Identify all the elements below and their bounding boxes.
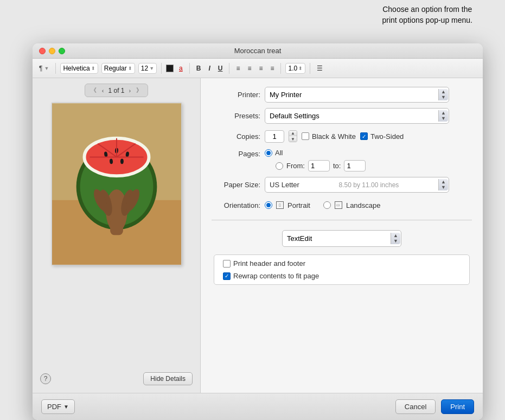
- print-header-footer-row: Print header and footer: [223, 259, 461, 268]
- options-dropdown-row: TextEdit ▲ ▼: [212, 228, 472, 249]
- align-justify-button[interactable]: ≡: [268, 63, 276, 73]
- print-header-footer-label: Print header and footer: [233, 259, 305, 268]
- cancel-button[interactable]: Cancel: [395, 399, 436, 414]
- font-size-selector[interactable]: 12 ▼: [138, 63, 157, 74]
- mac-window: Moroccan treat ¶ ▼ Helvetica ⬍ Regular ⬍…: [33, 43, 483, 420]
- pdf-button[interactable]: PDF ▼: [41, 399, 75, 414]
- align-left-button[interactable]: ≡: [234, 63, 242, 73]
- landscape-label: Landscape: [346, 201, 381, 209]
- options-dropdown[interactable]: TextEdit ▲ ▼: [282, 230, 401, 247]
- underline-button[interactable]: U: [216, 63, 225, 73]
- window-title: Moroccan treat: [234, 47, 282, 55]
- copies-input[interactable]: [265, 130, 284, 143]
- copies-increment[interactable]: ▲: [289, 131, 297, 136]
- toolbar-divider-2: [161, 63, 162, 74]
- toolbar-divider-4: [229, 63, 229, 74]
- bold-button[interactable]: B: [194, 63, 203, 73]
- print-header-footer-checkbox[interactable]: [223, 260, 231, 268]
- presets-dropdown[interactable]: Default Settings ▲ ▼: [265, 108, 449, 124]
- copies-row: Copies: ▲ ▼ Black & White ✓ Two-Sided: [212, 129, 472, 143]
- font-selector[interactable]: Helvetica ⬍: [60, 63, 98, 74]
- line-spacing-selector[interactable]: 1.0 ⬍: [285, 63, 305, 74]
- portrait-icon: ▯: [276, 201, 284, 209]
- italic-button[interactable]: I: [206, 63, 212, 73]
- paper-size-dropdown[interactable]: US Letter 8.50 by 11.00 inches ▲ ▼: [265, 177, 449, 193]
- content-area: 《 ‹ 1 of 1 › 》: [33, 78, 483, 393]
- two-sided-label: ✓ Two-Sided: [360, 132, 404, 141]
- copies-label: Copies:: [212, 132, 260, 141]
- pages-to-input[interactable]: [344, 160, 366, 171]
- orientation-label: Orientation:: [212, 201, 260, 209]
- landscape-option[interactable]: ▭ Landscape: [323, 201, 381, 209]
- landscape-radio[interactable]: [323, 201, 331, 209]
- pages-from-label: From:: [286, 162, 305, 170]
- pages-from-row: From: to:: [276, 160, 366, 171]
- presets-label: Presets:: [212, 112, 260, 120]
- two-sided-checkbox[interactable]: ✓: [360, 132, 368, 140]
- rewrap-checkbox[interactable]: ✓: [223, 272, 231, 280]
- align-center-button[interactable]: ≡: [245, 63, 253, 73]
- toolbar-divider-3: [189, 63, 190, 74]
- pages-all-option[interactable]: All: [265, 149, 366, 157]
- orientation-row: Orientation: ▯ Portrait ▭ Landscape: [212, 198, 472, 212]
- print-button[interactable]: Print: [441, 399, 474, 414]
- pdf-chevron: ▼: [63, 404, 69, 410]
- copies-decrement[interactable]: ▼: [289, 136, 297, 142]
- paper-size-label: Paper Size:: [212, 181, 260, 189]
- list-button[interactable]: ☰: [315, 63, 325, 73]
- font-style-selector[interactable]: Regular ⬍: [101, 63, 135, 74]
- portrait-option[interactable]: ▯ Portrait: [265, 201, 310, 209]
- prev-page-button[interactable]: ‹: [101, 87, 105, 94]
- printer-label: Printer:: [212, 91, 260, 99]
- traffic-lights: [39, 48, 65, 54]
- last-page-button[interactable]: 》: [135, 86, 143, 95]
- annotation-top-line2: print options pop-up menu.: [382, 16, 472, 24]
- minimize-button[interactable]: [49, 48, 55, 54]
- paper-size-arrows: ▲ ▼: [438, 179, 448, 190]
- first-page-button[interactable]: 《: [90, 86, 98, 95]
- svg-rect-21: [110, 219, 123, 235]
- rewrap-row: ✓ Rewrap contents to fit page: [223, 272, 461, 280]
- black-white-checkbox[interactable]: [302, 132, 309, 140]
- section-divider: [212, 220, 472, 220]
- close-button[interactable]: [39, 48, 46, 54]
- pages-all-radio[interactable]: [265, 149, 272, 157]
- pages-row: Pages: All From: to:: [212, 149, 472, 171]
- printer-dropdown[interactable]: My Printer ▲ ▼: [265, 87, 449, 103]
- preview-image: [52, 103, 181, 265]
- presets-arrows: ▲ ▼: [438, 110, 448, 122]
- landscape-icon: ▭: [335, 201, 342, 209]
- toolbar-divider-5: [280, 63, 281, 74]
- maximize-button[interactable]: [59, 48, 65, 54]
- paper-size-main: US Letter: [270, 181, 299, 189]
- pagination-bar: 《 ‹ 1 of 1 › 》: [85, 84, 148, 97]
- annotation-top-line1: Choose an option from the: [382, 5, 472, 14]
- pages-label: Pages:: [212, 150, 260, 158]
- bottom-bar: PDF ▼ Cancel Print: [33, 393, 483, 420]
- portrait-radio[interactable]: [265, 201, 272, 209]
- hide-details-button[interactable]: Hide Details: [143, 372, 193, 385]
- rewrap-label: Rewrap contents to fit page: [233, 272, 319, 280]
- pages-options: All From: to:: [265, 149, 366, 171]
- options-dropdown-value: TextEdit: [287, 234, 312, 243]
- pages-from-radio[interactable]: [276, 162, 283, 170]
- options-dropdown-arrows: ▲ ▼: [391, 233, 400, 244]
- paragraph-icon[interactable]: ¶ ▼: [37, 63, 51, 73]
- preview-bottom: ? Hide Details: [38, 368, 195, 387]
- printer-value: My Printer: [270, 91, 302, 99]
- pages-from-input[interactable]: [308, 160, 330, 171]
- help-button[interactable]: ?: [40, 373, 51, 384]
- portrait-label: Portrait: [287, 201, 310, 209]
- color-picker[interactable]: [166, 65, 174, 72]
- toolbar: ¶ ▼ Helvetica ⬍ Regular ⬍ 12 ▼ a B I U ≡…: [33, 59, 483, 78]
- svg-point-10: [120, 158, 123, 164]
- printer-row: Printer: My Printer ▲ ▼: [212, 87, 472, 103]
- black-white-label: Black & White: [302, 132, 356, 141]
- next-page-button[interactable]: ›: [128, 87, 132, 94]
- align-right-button[interactable]: ≡: [257, 63, 265, 73]
- annotation-top: Choose an option from the print options …: [382, 4, 472, 26]
- title-bar: Moroccan treat: [33, 43, 483, 59]
- copies-stepper[interactable]: ▲ ▼: [289, 130, 297, 142]
- font-color-picker[interactable]: a: [177, 63, 185, 73]
- toolbar-divider-6: [310, 63, 310, 74]
